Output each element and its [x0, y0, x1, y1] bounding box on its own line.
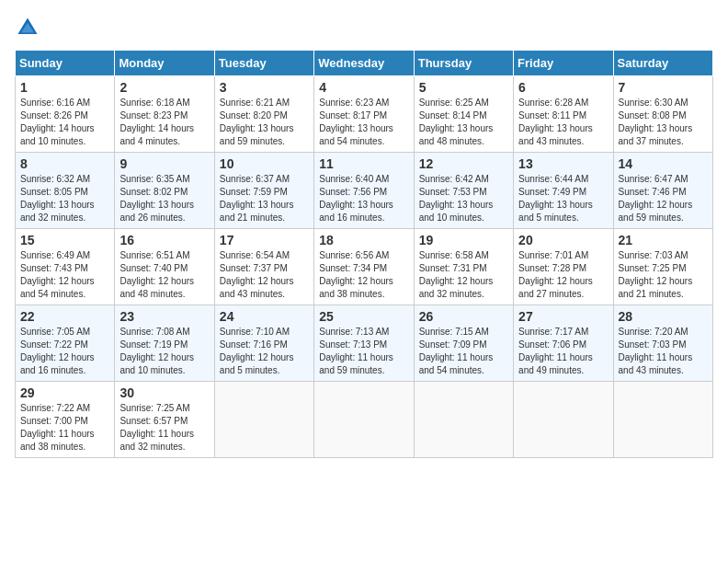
- day-number: 17: [220, 233, 309, 247]
- calendar-day-cell: 13 Sunrise: 6:44 AMSunset: 7:49 PMDaylig…: [514, 153, 613, 229]
- calendar-day-cell: 23 Sunrise: 7:08 AMSunset: 7:19 PMDaylig…: [115, 305, 214, 382]
- calendar-day-cell: 5 Sunrise: 6:25 AMSunset: 8:14 PMDayligh…: [414, 76, 513, 153]
- day-number: 8: [20, 156, 109, 171]
- logo-icon: [15, 15, 40, 40]
- day-info: Sunrise: 7:10 AMSunset: 7:16 PMDaylight:…: [220, 327, 294, 375]
- day-info: Sunrise: 6:30 AMSunset: 8:08 PMDaylight:…: [619, 98, 693, 146]
- day-number: 5: [419, 80, 508, 95]
- calendar-day-cell: [514, 382, 613, 458]
- calendar-day-cell: [414, 382, 513, 458]
- day-number: 11: [319, 156, 408, 171]
- day-info: Sunrise: 6:58 AMSunset: 7:31 PMDaylight:…: [419, 250, 494, 299]
- calendar-day-cell: 29 Sunrise: 7:22 AMSunset: 7:00 PMDaylig…: [16, 382, 115, 458]
- day-number: 1: [20, 80, 109, 95]
- day-number: 15: [20, 233, 109, 247]
- calendar-table: SundayMondayTuesdayWednesdayThursdayFrid…: [15, 50, 713, 458]
- calendar-day-cell: 6 Sunrise: 6:28 AMSunset: 8:11 PMDayligh…: [514, 76, 613, 153]
- weekday-header: Tuesday: [214, 51, 313, 76]
- day-number: 20: [518, 233, 608, 247]
- day-number: 26: [419, 309, 508, 324]
- calendar-day-cell: 24 Sunrise: 7:10 AMSunset: 7:16 PMDaylig…: [214, 305, 313, 382]
- calendar-day-cell: 16 Sunrise: 6:51 AMSunset: 7:40 PMDaylig…: [115, 229, 214, 305]
- day-info: Sunrise: 6:37 AMSunset: 7:59 PMDaylight:…: [220, 174, 294, 223]
- day-number: 18: [319, 233, 408, 247]
- day-number: 29: [20, 385, 109, 400]
- calendar-day-cell: 14 Sunrise: 6:47 AMSunset: 7:46 PMDaylig…: [613, 153, 712, 229]
- day-info: Sunrise: 6:35 AMSunset: 8:02 PMDaylight:…: [119, 174, 194, 223]
- day-number: 2: [119, 80, 209, 95]
- day-info: Sunrise: 6:44 AMSunset: 7:49 PMDaylight:…: [518, 174, 593, 223]
- day-info: Sunrise: 7:22 AMSunset: 7:00 PMDaylight:…: [20, 403, 95, 452]
- calendar-day-cell: 18 Sunrise: 6:56 AMSunset: 7:34 PMDaylig…: [314, 229, 414, 305]
- day-number: 6: [518, 80, 608, 95]
- day-info: Sunrise: 6:21 AMSunset: 8:20 PMDaylight:…: [220, 98, 294, 146]
- calendar-day-cell: 27 Sunrise: 7:17 AMSunset: 7:06 PMDaylig…: [514, 305, 613, 382]
- day-info: Sunrise: 6:54 AMSunset: 7:37 PMDaylight:…: [220, 250, 294, 299]
- calendar-day-cell: 7 Sunrise: 6:30 AMSunset: 8:08 PMDayligh…: [613, 76, 712, 153]
- calendar-day-cell: 4 Sunrise: 6:23 AMSunset: 8:17 PMDayligh…: [314, 76, 414, 153]
- day-number: 23: [119, 309, 209, 324]
- day-number: 12: [419, 156, 508, 171]
- page-header: [15, 15, 713, 40]
- day-info: Sunrise: 7:01 AMSunset: 7:28 PMDaylight:…: [518, 250, 593, 299]
- day-info: Sunrise: 7:15 AMSunset: 7:09 PMDaylight:…: [419, 327, 494, 375]
- calendar-day-cell: 11 Sunrise: 6:40 AMSunset: 7:56 PMDaylig…: [314, 153, 414, 229]
- calendar-day-cell: 25 Sunrise: 7:13 AMSunset: 7:13 PMDaylig…: [314, 305, 414, 382]
- calendar-day-cell: 22 Sunrise: 7:05 AMSunset: 7:22 PMDaylig…: [16, 305, 115, 382]
- day-info: Sunrise: 7:03 AMSunset: 7:25 PMDaylight:…: [619, 250, 693, 299]
- day-info: Sunrise: 6:42 AMSunset: 7:53 PMDaylight:…: [419, 174, 494, 223]
- day-info: Sunrise: 6:51 AMSunset: 7:40 PMDaylight:…: [119, 250, 194, 299]
- calendar-day-cell: 28 Sunrise: 7:20 AMSunset: 7:03 PMDaylig…: [613, 305, 712, 382]
- day-number: 13: [518, 156, 608, 171]
- weekday-header: Thursday: [414, 51, 513, 76]
- calendar-day-cell: 30 Sunrise: 7:25 AMSunset: 6:57 PMDaylig…: [115, 382, 214, 458]
- calendar-day-cell: 8 Sunrise: 6:32 AMSunset: 8:05 PMDayligh…: [16, 153, 115, 229]
- calendar-day-cell: 15 Sunrise: 6:49 AMSunset: 7:43 PMDaylig…: [16, 229, 115, 305]
- day-number: 19: [419, 233, 508, 247]
- day-info: Sunrise: 6:49 AMSunset: 7:43 PMDaylight:…: [20, 250, 95, 299]
- calendar-day-cell: 20 Sunrise: 7:01 AMSunset: 7:28 PMDaylig…: [514, 229, 613, 305]
- calendar-day-cell: [214, 382, 313, 458]
- calendar-day-cell: 19 Sunrise: 6:58 AMSunset: 7:31 PMDaylig…: [414, 229, 513, 305]
- day-number: 10: [220, 156, 309, 171]
- day-info: Sunrise: 7:25 AMSunset: 6:57 PMDaylight:…: [119, 403, 194, 452]
- calendar-day-cell: 26 Sunrise: 7:15 AMSunset: 7:09 PMDaylig…: [414, 305, 513, 382]
- calendar-day-cell: 9 Sunrise: 6:35 AMSunset: 8:02 PMDayligh…: [115, 153, 214, 229]
- day-info: Sunrise: 6:23 AMSunset: 8:17 PMDaylight:…: [319, 98, 393, 146]
- day-number: 28: [619, 309, 708, 324]
- calendar-day-cell: [613, 382, 712, 458]
- day-info: Sunrise: 7:13 AMSunset: 7:13 PMDaylight:…: [319, 327, 393, 375]
- day-info: Sunrise: 6:56 AMSunset: 7:34 PMDaylight:…: [319, 250, 393, 299]
- weekday-header: Sunday: [16, 51, 115, 76]
- day-number: 25: [319, 309, 408, 324]
- day-number: 22: [20, 309, 109, 324]
- calendar-week-row: 8 Sunrise: 6:32 AMSunset: 8:05 PMDayligh…: [16, 153, 713, 229]
- day-info: Sunrise: 6:16 AMSunset: 8:26 PMDaylight:…: [20, 98, 95, 146]
- calendar-day-cell: 3 Sunrise: 6:21 AMSunset: 8:20 PMDayligh…: [214, 76, 313, 153]
- day-info: Sunrise: 6:25 AMSunset: 8:14 PMDaylight:…: [419, 98, 494, 146]
- day-info: Sunrise: 7:17 AMSunset: 7:06 PMDaylight:…: [518, 327, 593, 375]
- calendar-header-row: SundayMondayTuesdayWednesdayThursdayFrid…: [16, 51, 713, 76]
- day-number: 21: [619, 233, 708, 247]
- day-number: 30: [119, 385, 209, 400]
- day-info: Sunrise: 7:05 AMSunset: 7:22 PMDaylight:…: [20, 327, 95, 375]
- calendar-week-row: 1 Sunrise: 6:16 AMSunset: 8:26 PMDayligh…: [16, 76, 713, 153]
- weekday-header: Monday: [115, 51, 214, 76]
- day-info: Sunrise: 6:18 AMSunset: 8:23 PMDaylight:…: [119, 98, 194, 146]
- calendar-day-cell: [314, 382, 414, 458]
- day-info: Sunrise: 6:40 AMSunset: 7:56 PMDaylight:…: [319, 174, 393, 223]
- day-info: Sunrise: 7:20 AMSunset: 7:03 PMDaylight:…: [619, 327, 693, 375]
- day-number: 27: [518, 309, 608, 324]
- calendar-day-cell: 17 Sunrise: 6:54 AMSunset: 7:37 PMDaylig…: [214, 229, 313, 305]
- day-info: Sunrise: 6:32 AMSunset: 8:05 PMDaylight:…: [20, 174, 95, 223]
- calendar-day-cell: 2 Sunrise: 6:18 AMSunset: 8:23 PMDayligh…: [115, 76, 214, 153]
- day-number: 9: [119, 156, 209, 171]
- weekday-header: Friday: [514, 51, 613, 76]
- day-info: Sunrise: 6:47 AMSunset: 7:46 PMDaylight:…: [619, 174, 693, 223]
- day-info: Sunrise: 7:08 AMSunset: 7:19 PMDaylight:…: [119, 327, 194, 375]
- day-number: 16: [119, 233, 209, 247]
- weekday-header: Saturday: [613, 51, 712, 76]
- day-number: 4: [319, 80, 408, 95]
- calendar-day-cell: 1 Sunrise: 6:16 AMSunset: 8:26 PMDayligh…: [16, 76, 115, 153]
- logo: [15, 15, 44, 40]
